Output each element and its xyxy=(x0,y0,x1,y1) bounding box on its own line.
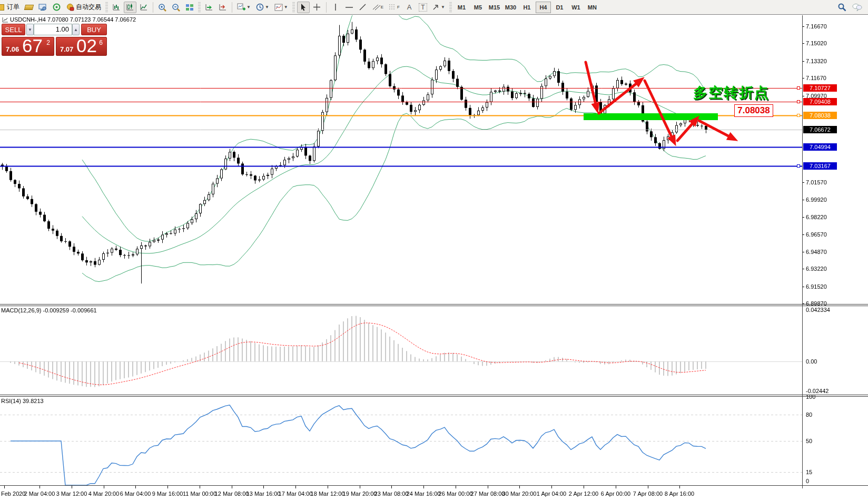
text-tool-button[interactable]: A xyxy=(403,2,416,13)
time-tick-label: 11 Mar 00:00 xyxy=(183,491,216,497)
auto-scroll-button[interactable] xyxy=(203,2,215,13)
arrows-tool-button[interactable]: ▼ xyxy=(430,2,447,13)
toolbar: 订单 自动交易 ▼ ▼ xyxy=(0,0,868,15)
add-indicator-icon xyxy=(237,3,245,11)
vertical-line-tool-button[interactable] xyxy=(329,2,342,13)
toolbar-grip xyxy=(105,2,108,13)
crosshair-tool-button[interactable] xyxy=(311,2,323,13)
chart-bottom-frame xyxy=(0,485,868,486)
fibonacci-tool-button[interactable]: F xyxy=(387,2,402,13)
chart-shift-icon xyxy=(219,3,227,11)
fibonacci-icon xyxy=(389,4,397,11)
sell-button[interactable]: SELL xyxy=(2,24,25,35)
dropdown-caret-icon: ▼ xyxy=(284,5,288,9)
chart-plot[interactable] xyxy=(0,0,868,500)
toolbar-grip xyxy=(449,2,452,13)
templates-button[interactable]: ▼ xyxy=(272,2,290,13)
price-level-badge: 7.10727 xyxy=(803,84,837,92)
news-button[interactable] xyxy=(50,2,63,13)
toolbar-separator xyxy=(326,2,327,13)
crosshair-icon xyxy=(313,3,321,11)
horizontal-line-tool-button[interactable] xyxy=(343,2,356,13)
line-chart-button[interactable] xyxy=(137,2,150,13)
zoom-out-button[interactable] xyxy=(170,2,182,13)
volume-decrease-button[interactable]: ▼ xyxy=(26,24,34,35)
channel-sub-label: E xyxy=(381,5,383,9)
price-tick-label: 7.01570 xyxy=(806,179,827,185)
timeframe-button-h4[interactable]: H4 xyxy=(536,2,551,13)
bar-chart-button[interactable] xyxy=(110,2,123,13)
sell-price-button[interactable]: 7.06 67 2 xyxy=(2,37,54,56)
time-tick-label: 18 Mar 12:00 xyxy=(311,491,345,497)
auto-trading-button[interactable]: 自动交易 xyxy=(64,2,103,13)
buy-price-pip: 6 xyxy=(99,39,103,46)
robot-icon xyxy=(66,4,74,11)
price-tick-label: 7.16670 xyxy=(806,23,827,30)
dropdown-caret-icon: ▼ xyxy=(265,5,269,9)
time-tick-label: 2 Mar 04:00 xyxy=(24,491,55,497)
candlestick-chart-button[interactable] xyxy=(124,2,136,13)
terminal-button[interactable] xyxy=(36,2,49,13)
text-label-tool-button[interactable]: T xyxy=(417,2,429,13)
indicators-button[interactable]: ▼ xyxy=(235,2,253,13)
toolbar-grip xyxy=(198,2,201,13)
timeframe-button-m15[interactable]: M15 xyxy=(487,2,502,13)
zoom-in-icon xyxy=(158,3,166,12)
dropdown-caret-icon: ▼ xyxy=(246,5,251,9)
timeframe-button-mn[interactable]: MN xyxy=(585,2,600,13)
volume-increase-button[interactable]: ▲ xyxy=(72,24,80,35)
time-tick-label: 4 Mar 20:00 xyxy=(88,491,120,497)
trendline-tool-button[interactable] xyxy=(357,2,369,13)
chart-shift-button[interactable] xyxy=(216,2,229,13)
buy-button[interactable]: BUY xyxy=(81,24,107,35)
time-tick-label: 17 Mar 04:00 xyxy=(279,491,313,497)
symbol-info-text: USDCNH-,H4 7.07080 7.07123 7.06544 7.066… xyxy=(10,16,136,23)
macd-scale-label: 0.00 xyxy=(806,358,817,365)
time-tick-label: 3 Mar 12:00 xyxy=(56,491,87,497)
cursor-tool-button[interactable] xyxy=(297,2,310,13)
time-tick-label: 8 Apr 16:00 xyxy=(665,491,694,497)
new-order-icon xyxy=(0,4,4,11)
market-watch-button[interactable] xyxy=(23,2,35,13)
buy-price-prefix: 7.07 xyxy=(60,45,73,53)
turning-point-annotation[interactable]: 多空转折点 xyxy=(693,83,770,102)
rsi-scale-label: 0 xyxy=(806,478,809,484)
time-tick-label: 19 Mar 20:00 xyxy=(343,491,377,497)
chat-button[interactable] xyxy=(850,1,864,13)
periods-button[interactable]: ▼ xyxy=(254,2,271,13)
price-tag-label[interactable]: 7.08038 xyxy=(734,104,773,117)
price-tick-label: 7.13320 xyxy=(806,58,827,64)
price-level-badge: 7.06672 xyxy=(803,126,837,133)
rsi-scale-label: 80 xyxy=(806,411,812,418)
price-level-badge: 7.08038 xyxy=(803,112,837,119)
new-order-button[interactable]: 订单 xyxy=(0,2,22,13)
tile-windows-button[interactable] xyxy=(183,2,196,13)
panel-separator[interactable] xyxy=(0,304,868,305)
price-tick-label: 6.99920 xyxy=(806,197,827,203)
timeframe-button-m30[interactable]: M30 xyxy=(503,2,518,13)
panel-separator[interactable] xyxy=(0,306,868,306)
chat-icon xyxy=(852,3,862,11)
equidistant-channel-icon xyxy=(372,4,381,11)
timeframe-button-w1[interactable]: W1 xyxy=(568,2,584,13)
panel-separator[interactable] xyxy=(0,396,868,397)
timeframe-button-h1[interactable]: H1 xyxy=(519,2,535,13)
auto-scroll-icon xyxy=(205,3,213,11)
panel-separator[interactable] xyxy=(0,395,868,395)
arrow-tool-icon xyxy=(432,4,440,11)
zoom-in-button[interactable] xyxy=(156,2,169,13)
timeframe-button-m1[interactable]: M1 xyxy=(454,2,469,13)
channel-tool-button[interactable]: E xyxy=(370,2,386,13)
search-button[interactable] xyxy=(835,1,849,13)
volume-input[interactable]: 1.00 xyxy=(34,24,72,35)
price-level-badge: 7.09408 xyxy=(803,98,837,105)
timeframe-button-m5[interactable]: M5 xyxy=(470,2,486,13)
time-tick-label: 24 Mar 16:00 xyxy=(407,491,441,497)
time-tick-label: 23 Mar 08:00 xyxy=(374,491,409,497)
price-tick-label: 7.11670 xyxy=(806,75,826,81)
zoom-out-icon xyxy=(172,3,180,12)
toolbar-grip xyxy=(292,2,295,13)
buy-price-button[interactable]: 7.07 02 6 xyxy=(56,37,107,56)
timeframe-button-d1[interactable]: D1 xyxy=(552,2,567,13)
sell-price-main: 67 xyxy=(22,35,43,56)
